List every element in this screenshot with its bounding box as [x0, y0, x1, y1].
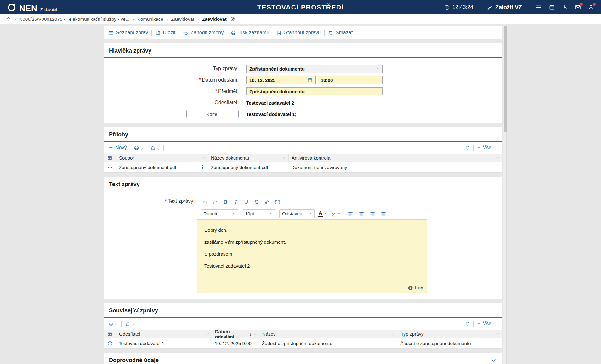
filter-chevron-icon[interactable]: ▽	[207, 332, 209, 336]
fullscreen-button[interactable]	[273, 198, 282, 207]
home-button[interactable]	[6, 16, 11, 22]
block-format-select[interactable]: Odstavec	[279, 209, 315, 218]
column-header-odesilatel[interactable]: Odesílatel▽	[116, 330, 212, 338]
export-icon	[150, 145, 156, 151]
related-message-row[interactable]: Testovací dodavatel 1 10. 12. 2025 9:00 …	[104, 338, 502, 349]
editor-paragraph: Dobrý den,	[204, 227, 420, 233]
seznam-zprav-button[interactable]: Seznam zpráv	[108, 30, 148, 36]
column-header-nazev[interactable]: Název▽	[259, 330, 398, 338]
calendar-icon	[549, 4, 555, 10]
breadcrumb-item-vz[interactable]: N006/25/V00012075 - Telekomunikační služ…	[19, 16, 130, 22]
header-divider	[529, 4, 529, 11]
datum-odeslani-input[interactable]: 10. 12. 2025	[246, 76, 316, 84]
ulozit-button[interactable]: Uložit	[155, 30, 175, 36]
smazat-button[interactable]: Smazat	[328, 30, 353, 36]
typ-zpravy-select[interactable]: Zpřístupnění dokumentu	[246, 65, 383, 73]
close-tab-button[interactable]	[230, 16, 235, 22]
nen-logo[interactable]: NEN Zadavatel	[7, 3, 57, 12]
komu-button[interactable]: Komu	[186, 110, 239, 118]
plus-icon	[108, 145, 113, 150]
form-row-odesilatel: Odesílatel: Testovací zadavatel 2	[104, 97, 502, 108]
filter-chevron-icon[interactable]: ▽	[392, 332, 395, 336]
expand-section-button[interactable]	[490, 357, 497, 364]
cas-odeslani-input[interactable]: 10:00	[318, 76, 383, 84]
discard-icon	[183, 30, 188, 36]
table-settings-button[interactable]	[104, 330, 116, 338]
profile-button[interactable]	[588, 4, 594, 10]
column-header-soubor[interactable]: Soubor▽	[116, 154, 208, 162]
column-header-nazev-dokumentu[interactable]: Název dokumentu▽	[208, 154, 288, 162]
chevron-down-icon	[337, 212, 341, 215]
kebab-menu-icon[interactable]: ⋮	[200, 164, 205, 170]
create-vz-button[interactable]: Založit VZ	[487, 4, 522, 11]
menu-button[interactable]	[536, 4, 542, 11]
underline-button[interactable]: U	[241, 198, 251, 207]
undo-button[interactable]	[200, 198, 209, 207]
editor-content-area[interactable]: Dobrý den, zasíláme Vám zpřístupněný dok…	[197, 220, 427, 293]
align-justify-button[interactable]	[379, 209, 388, 218]
editor-toolbar-row1: B I U S	[197, 196, 427, 208]
fullscreen-icon	[275, 199, 280, 205]
messages-button[interactable]	[575, 4, 581, 11]
filter-chevron-icon[interactable]: ▽	[283, 156, 286, 160]
align-left-button[interactable]	[346, 209, 355, 218]
insert-link-button[interactable]	[262, 198, 272, 207]
calendar-button[interactable]	[549, 4, 555, 10]
content-scrollbar[interactable]	[503, 26, 507, 364]
redo-button[interactable]	[210, 198, 220, 207]
odesilatel-value: Testovací zadavatel 2	[246, 100, 294, 105]
tisk-zaznamu-button[interactable]: Tisk záznamu	[231, 30, 269, 36]
print-menu-button[interactable]	[108, 321, 118, 327]
link-icon	[264, 199, 270, 205]
sort-descending-icon: ↓	[249, 331, 252, 337]
predmet-input[interactable]: Zpřístupnění dokumentu	[246, 87, 383, 95]
attachment-row[interactable]: Zpřístupněný dokument.pdf ⋮ Zpřístupněný…	[104, 162, 502, 173]
align-right-button[interactable]	[368, 209, 377, 218]
breadcrumb-item-zaevidovat[interactable]: Zaevidovat	[171, 16, 194, 22]
section-head: Doprovodné údaje	[104, 353, 502, 364]
show-all-button[interactable]: Vše	[483, 145, 491, 151]
new-attachment-button[interactable]: Nový	[108, 145, 127, 151]
printer-icon	[134, 145, 139, 151]
info-icon	[107, 341, 113, 346]
filter-chevron-icon[interactable]: ▽	[254, 332, 256, 336]
tiny-branding[interactable]: tiny	[408, 285, 423, 291]
breadcrumb-item-komunikace[interactable]: Komunikace	[137, 16, 163, 22]
export-menu-button[interactable]	[125, 321, 134, 327]
column-header-typ-zpravy[interactable]: Typ zprávy▽	[398, 330, 502, 338]
filter-button[interactable]	[465, 145, 470, 151]
row-detail-button[interactable]	[104, 338, 116, 348]
italic-button[interactable]: I	[231, 198, 241, 207]
table-settings-button[interactable]	[104, 154, 116, 162]
chevron-down-icon	[324, 212, 327, 215]
related-type: Žádost o zpřístupnění dokumentu	[398, 338, 502, 348]
filter-chevron-icon[interactable]: ▽	[496, 156, 499, 160]
export-icon	[125, 321, 130, 327]
font-family-select[interactable]: Roboto	[201, 209, 239, 218]
header-divider	[480, 4, 480, 11]
datepicker-calendar-icon[interactable]	[307, 77, 313, 83]
filter-chevron-icon[interactable]: ▽	[496, 332, 499, 336]
scrollbar-thumb[interactable]	[504, 26, 507, 132]
show-all-button[interactable]: Vše	[483, 321, 491, 327]
filter-chevron-icon[interactable]: ▽	[202, 156, 205, 160]
section-message-text: Text zprávy *Text zprávy: B I U S	[104, 177, 502, 299]
related-sender: Testovací dodavatel 1	[116, 338, 212, 348]
export-menu-button[interactable]	[150, 145, 160, 151]
strikethrough-button[interactable]: S	[252, 198, 261, 207]
print-menu-button[interactable]	[134, 145, 143, 151]
printer-icon	[108, 321, 114, 327]
highlight-color-button[interactable]	[331, 211, 341, 217]
filter-button[interactable]	[465, 321, 470, 327]
downloads-button[interactable]	[562, 4, 568, 10]
font-size-select[interactable]: 10pt	[242, 209, 276, 218]
zahodit-zmeny-button[interactable]: Zahodit změny	[183, 30, 224, 36]
row-options-button[interactable]	[104, 162, 116, 172]
text-color-button[interactable]: A	[318, 210, 327, 217]
align-center-button[interactable]	[357, 209, 366, 218]
column-header-datum-odeslani[interactable]: Datum odeslání↓ ▽	[212, 330, 259, 338]
bold-button[interactable]: B	[221, 198, 230, 207]
column-header-antivirova-kontrola[interactable]: Antivirová kontrola▽	[288, 154, 502, 162]
alignment-buttons	[346, 209, 388, 218]
stahnout-zpravu-button[interactable]: Stáhnout zprávu	[276, 30, 321, 36]
